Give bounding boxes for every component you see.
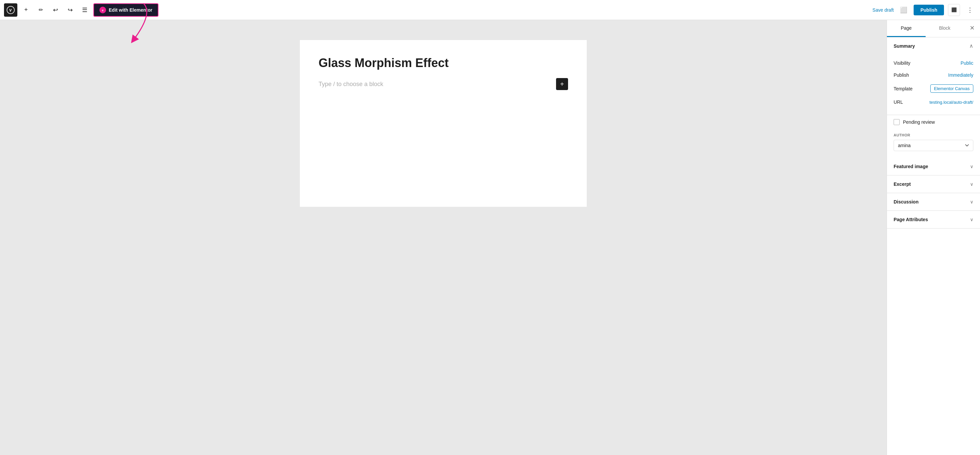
- editor-content: Glass Morphism Effect Type / to choose a…: [300, 40, 587, 207]
- right-sidebar: Page Block ✕ Summary ∧ Visibility Public…: [886, 20, 980, 455]
- excerpt-title: Excerpt: [894, 181, 911, 187]
- publish-value[interactable]: Immediately: [948, 72, 973, 78]
- more-options-button[interactable]: ⋮: [964, 4, 976, 16]
- wp-logo[interactable]: [4, 3, 18, 17]
- pending-review-checkbox[interactable]: [894, 119, 900, 125]
- author-select[interactable]: amina: [894, 140, 973, 151]
- sidebar-close-button[interactable]: ✕: [964, 20, 980, 36]
- publish-row: Publish Immediately: [894, 69, 973, 81]
- sidebar-tabs: Page Block ✕: [887, 20, 980, 37]
- pencil-icon: ✏: [39, 7, 43, 13]
- block-placeholder-text: Type / to choose a block: [318, 81, 383, 88]
- preview-button[interactable]: ⬜: [897, 4, 910, 16]
- settings-icon: ⬛: [951, 7, 957, 12]
- add-block-button[interactable]: +: [20, 4, 32, 16]
- summary-title: Summary: [894, 43, 915, 49]
- discussion-section[interactable]: Discussion ∨: [887, 193, 980, 211]
- editor-area: Glass Morphism Effect Type / to choose a…: [0, 20, 886, 455]
- visibility-label: Visibility: [894, 60, 910, 66]
- tab-block[interactable]: Block: [926, 20, 964, 37]
- summary-toggle-icon: ∧: [969, 43, 973, 49]
- toolbar-right: Save draft ⬜ Publish ⬛ ⋮: [873, 4, 976, 16]
- author-section: AUTHOR amina: [887, 129, 980, 158]
- edit-with-elementor-button[interactable]: e Edit with Elementor: [94, 3, 158, 17]
- preview-icon: ⬜: [900, 6, 907, 14]
- discussion-title: Discussion: [894, 199, 919, 204]
- close-icon: ✕: [970, 24, 975, 32]
- url-row: URL testing.local/auto-draft/: [894, 96, 973, 108]
- post-title[interactable]: Glass Morphism Effect: [318, 56, 568, 70]
- tab-page[interactable]: Page: [887, 20, 926, 37]
- excerpt-section[interactable]: Excerpt ∨: [887, 175, 980, 193]
- settings-button[interactable]: ⬛: [948, 4, 960, 16]
- summary-section-header[interactable]: Summary ∧: [887, 37, 980, 54]
- publish-button[interactable]: Publish: [914, 5, 944, 15]
- more-icon: ⋮: [967, 6, 973, 14]
- add-block-inline-button[interactable]: +: [556, 78, 568, 90]
- wp-logo-icon: [7, 6, 15, 14]
- save-draft-button[interactable]: Save draft: [873, 7, 894, 13]
- template-value[interactable]: Elementor Canvas: [930, 84, 973, 93]
- featured-image-title: Featured image: [894, 164, 928, 169]
- elementor-button-label: Edit with Elementor: [109, 7, 153, 13]
- discussion-chevron-icon: ∨: [970, 199, 973, 204]
- page-attributes-title: Page Attributes: [894, 217, 928, 222]
- pending-review-row: Pending review: [887, 115, 980, 129]
- page-attributes-chevron-icon: ∨: [970, 217, 973, 222]
- author-label: AUTHOR: [894, 133, 973, 137]
- edit-tool-button[interactable]: ✏: [35, 4, 47, 16]
- elementor-icon: e: [99, 7, 106, 13]
- featured-image-section[interactable]: Featured image ∨: [887, 158, 980, 175]
- pending-review-label: Pending review: [903, 119, 935, 125]
- redo-button[interactable]: ↪: [64, 4, 76, 16]
- summary-section-body: Visibility Public Publish Immediately Te…: [887, 54, 980, 115]
- template-row: Template Elementor Canvas: [894, 81, 973, 96]
- page-attributes-section[interactable]: Page Attributes ∨: [887, 211, 980, 229]
- redo-icon: ↪: [68, 6, 73, 14]
- excerpt-chevron-icon: ∨: [970, 181, 973, 187]
- url-value[interactable]: testing.local/auto-draft/: [929, 100, 973, 105]
- main-layout: Glass Morphism Effect Type / to choose a…: [0, 20, 980, 455]
- template-label: Template: [894, 86, 913, 91]
- visibility-value[interactable]: Public: [961, 60, 973, 66]
- toolbar: + ✏ ↩ ↪ ☰ e Edit with Elementor Save dra…: [0, 0, 980, 20]
- undo-icon: ↩: [53, 6, 58, 14]
- block-placeholder-area: Type / to choose a block +: [318, 78, 568, 90]
- undo-button[interactable]: ↩: [49, 4, 61, 16]
- publish-label: Publish: [894, 72, 909, 78]
- featured-image-chevron-icon: ∨: [970, 164, 973, 169]
- list-icon: ☰: [82, 6, 88, 14]
- plus-icon: +: [24, 6, 28, 13]
- summary-section: Summary ∧ Visibility Public Publish Imme…: [887, 37, 980, 115]
- url-label: URL: [894, 99, 903, 105]
- add-block-inline-icon: +: [560, 80, 564, 88]
- visibility-row: Visibility Public: [894, 57, 973, 69]
- list-view-button[interactable]: ☰: [79, 4, 91, 16]
